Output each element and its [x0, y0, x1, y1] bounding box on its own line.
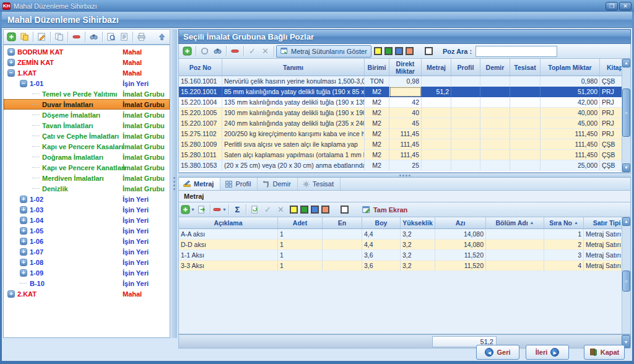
cancel-icon[interactable]: ✕	[259, 45, 272, 58]
column-header-poz_no[interactable]: Poz No	[179, 59, 222, 76]
tree-item[interactable]: −1-01İşin Yeri	[4, 78, 170, 89]
scroll-up-icon[interactable]: ▲	[622, 59, 630, 67]
tree-item[interactable]: Merdiven İmalatlarıİmalat Grubu	[4, 173, 170, 183]
tab-metraj[interactable]: Metraj	[179, 178, 220, 190]
sum-icon[interactable]: Σ	[231, 204, 244, 216]
add-poz-button[interactable]	[181, 45, 194, 58]
column-header-tanimi[interactable]: Tanımı	[222, 59, 365, 76]
column-header-birimi[interactable]: Birimi	[365, 59, 389, 76]
column-header-adet[interactable]: Adet	[278, 217, 323, 228]
expand-icon[interactable]: +	[7, 59, 15, 66]
expand-icon[interactable]: +	[20, 248, 27, 256]
table-row[interactable]: 15.380.1053(20 x 25 cm) veya (20 x 30 cm…	[179, 160, 630, 171]
delete-poz-button[interactable]	[228, 45, 241, 58]
column-header-en[interactable]: En	[323, 217, 362, 228]
expand-icon[interactable]: +	[20, 196, 27, 203]
tree-item[interactable]: −1.KATMahal	[4, 67, 170, 78]
tree-item[interactable]: +1-05İşin Yeri	[4, 225, 170, 236]
color-swatch[interactable]	[384, 47, 393, 55]
scroll-thumb[interactable]: ≡	[622, 271, 630, 292]
apply-row-icon[interactable]: ✓	[261, 204, 274, 216]
column-header-bolum_adi[interactable]: Bölüm Adı▲	[486, 217, 544, 228]
tree-item[interactable]: Döşeme İmalatlarıİmalat Grubu	[4, 110, 170, 120]
move-up-button[interactable]	[155, 31, 168, 43]
color-swatch[interactable]	[395, 47, 403, 55]
tree-item[interactable]: +1-02İşin Yeri	[4, 194, 170, 204]
table-row[interactable]: 15.220.1007240 mm kalınlığında yatay del…	[179, 118, 630, 129]
color-swatch[interactable]	[406, 47, 414, 55]
delete-row-button[interactable]: ▼	[212, 204, 227, 216]
tree-item[interactable]: Doğrama İmalatlarıİmalat Grubu	[4, 152, 170, 162]
column-header-demir[interactable]: Demir	[480, 59, 510, 76]
cancel-row-icon[interactable]: ✕	[274, 204, 287, 216]
report-button[interactable]	[118, 31, 131, 43]
tree-item[interactable]: Duvar İmalatlarıİmalat Grubu	[4, 99, 170, 110]
tree-item[interactable]: Kapı ve Pencere Kanatlarıİmalat Grubu	[4, 162, 170, 173]
color-swatch[interactable]	[374, 47, 382, 55]
collapse-icon[interactable]: −	[20, 80, 27, 87]
edit-button[interactable]	[35, 31, 48, 43]
expand-icon[interactable]: +	[20, 269, 27, 277]
color-swatch[interactable]	[300, 206, 308, 214]
expand-icon[interactable]: +	[20, 259, 27, 266]
tree-item[interactable]: Denizlikİmalat Grubu	[4, 183, 170, 194]
expand-icon[interactable]: +	[20, 206, 27, 214]
ileri-button[interactable]: İleri ►	[526, 345, 569, 360]
tree-item[interactable]: Temel ve Perde Yalıtımıİmalat Grubu	[4, 89, 170, 99]
pozlar-scrollbar[interactable]: ▲ ≡ ▼	[622, 59, 630, 172]
geri-button[interactable]: ◄ Geri	[476, 345, 519, 360]
tree-item[interactable]: +1-08İşin Yeri	[4, 257, 170, 267]
duplicate-button[interactable]	[18, 31, 31, 43]
metraj-scrollbar[interactable]: ▲ ≡	[622, 217, 630, 334]
tab-tesisat[interactable]: Tesisat	[298, 178, 341, 190]
expand-icon[interactable]: +	[7, 290, 15, 298]
tree-item[interactable]: B-10İşin Yeri	[4, 278, 170, 288]
table-row[interactable]: 15.275.1102200/250 kg kireç/çimento karı…	[179, 129, 630, 139]
tree-item[interactable]: +BODRUM KATMahal	[4, 46, 170, 57]
tree-item[interactable]: Kapı ve Pencere Kasalarıİmalat Grubu	[4, 141, 170, 152]
expand-icon[interactable]: +	[20, 238, 27, 245]
import-rows-button[interactable]	[195, 204, 208, 216]
column-header-boy[interactable]: Boy	[362, 217, 401, 228]
vertical-splitter[interactable]	[172, 29, 177, 338]
horizontal-splitter[interactable]	[178, 173, 631, 178]
scroll-up-icon[interactable]: ▲	[622, 217, 630, 226]
column-header-toplam_miktar[interactable]: Toplam Miktar	[541, 59, 600, 76]
column-header-metraj[interactable]: Metraj	[422, 59, 451, 76]
tree-item[interactable]: +1-09İşin Yeri	[4, 267, 170, 278]
tab-demir[interactable]: Demir	[258, 178, 297, 190]
table-row[interactable]: D-D aksı14,43,214,0802Metraj Satırı	[179, 240, 630, 250]
tree-item[interactable]: Çatı ve Cephe İmalatlarıİmalat Grubu	[4, 131, 170, 141]
color-swatch[interactable]	[321, 206, 329, 214]
maximize-button[interactable]: ❒	[606, 2, 618, 11]
color-swatch[interactable]	[425, 47, 433, 55]
table-row[interactable]: 15.280.1009Perlitli sıva alçısı ve saten…	[179, 139, 630, 150]
add-row-button[interactable]: ▼	[181, 204, 195, 216]
table-row[interactable]: 15.220.100185 mm kalınlığında yatay deli…	[179, 87, 630, 97]
print-button[interactable]	[135, 31, 148, 43]
column-header-sira_no[interactable]: Sıra No▲	[544, 217, 584, 228]
collapse-icon[interactable]: −	[7, 69, 15, 77]
metraj-columns-button[interactable]: Metraj Sütunlarını Göster	[276, 45, 371, 58]
color-swatch[interactable]	[311, 206, 319, 214]
expand-icon[interactable]: +	[7, 48, 15, 56]
column-header-yukseklik[interactable]: Yükseklik	[401, 217, 435, 228]
add-button[interactable]	[5, 31, 18, 43]
tree-item[interactable]: +1-04İşin Yeri	[4, 215, 170, 225]
column-header-aciklama[interactable]: Açıklama	[179, 217, 278, 228]
column-header-direkt_miktar[interactable]: Direkt Miktar	[389, 59, 422, 76]
tree-item[interactable]: +ZEMİN KATMahal	[4, 57, 170, 67]
scroll-thumb[interactable]: ≡	[622, 89, 630, 137]
scroll-down-icon[interactable]: ▼	[622, 163, 630, 172]
table-row[interactable]: 15.160.1001Nervürlü çelik hasırın yerine…	[179, 76, 630, 87]
table-row[interactable]: 1-1 Aksı13,63,211,5203Metraj Satırı	[179, 250, 630, 261]
tree-item[interactable]: +2.KATMahal	[4, 288, 170, 299]
close-button[interactable]: ✕	[619, 2, 632, 11]
table-row[interactable]: A-A aksı14,43,214,0801Metraj Satırı	[179, 229, 630, 240]
preview-button[interactable]	[105, 31, 118, 43]
color-swatch[interactable]	[290, 206, 298, 214]
table-row[interactable]: 15.280.1011Saten alçı kaplaması yapılmas…	[179, 150, 630, 160]
tree-item[interactable]: Tavan İmalatlarıİmalat Grubu	[4, 120, 170, 131]
tab-profil[interactable]: Profil	[220, 178, 258, 190]
copy-button[interactable]	[53, 31, 66, 43]
